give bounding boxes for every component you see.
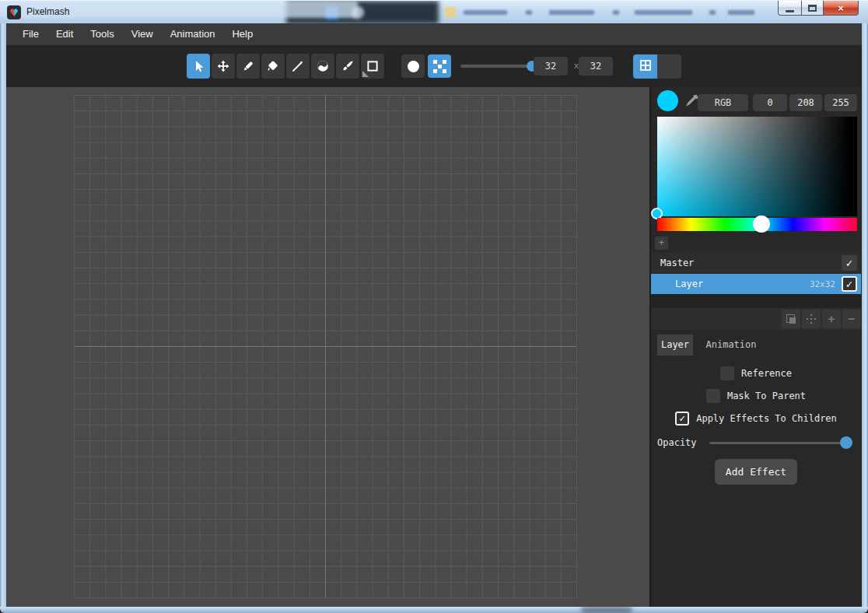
- reference-row: Reference: [651, 366, 861, 381]
- brush-icon: [341, 59, 355, 73]
- fill-tool[interactable]: [261, 54, 285, 79]
- menu-view[interactable]: View: [123, 23, 162, 45]
- shading-tool[interactable]: [311, 54, 334, 79]
- duplicate-icon: [786, 314, 796, 324]
- layer-visibility-checkbox[interactable]: ✓: [842, 255, 857, 271]
- titlebar-backdrop-text: [709, 10, 716, 15]
- circle-brush-icon: [408, 61, 419, 72]
- titlebar-backdrop-text: [464, 10, 507, 15]
- menu-file[interactable]: File: [14, 23, 47, 45]
- window-title: Pixelmash: [26, 6, 69, 17]
- pencil-tool[interactable]: [236, 54, 260, 79]
- layer-name: Layer: [675, 278, 703, 289]
- title-bar[interactable]: Pixelmash ×: [0, 0, 868, 23]
- canvas-width-field[interactable]: 32: [534, 57, 568, 75]
- tab-layer[interactable]: Layer: [657, 335, 693, 356]
- line-tool[interactable]: [286, 54, 310, 79]
- brush-tool[interactable]: [336, 54, 359, 79]
- mask-to-parent-label: Mask To Parent: [727, 391, 806, 401]
- layer-visibility-checkbox[interactable]: ✓: [842, 276, 857, 292]
- right-panel: RGB 0 208 255 + Master ✓ Layer 32x32 ✓: [649, 87, 862, 607]
- apply-effects-checkbox[interactable]: ✓: [675, 412, 689, 426]
- color-g-field[interactable]: 208: [789, 94, 822, 111]
- opacity-row: Opacity: [651, 435, 861, 450]
- add-layer-button[interactable]: +: [822, 310, 841, 328]
- select-tool[interactable]: [187, 54, 210, 79]
- menu-animation[interactable]: Animation: [162, 23, 224, 45]
- layer-position-button[interactable]: [802, 310, 821, 328]
- line-icon: [291, 59, 305, 73]
- shape-tool[interactable]: [361, 54, 384, 79]
- titlebar-backdrop-folder-icon: [445, 7, 456, 17]
- cursor-arrow-icon: [191, 59, 205, 73]
- layer-name: Master: [660, 257, 694, 268]
- add-swatch-button[interactable]: +: [655, 236, 668, 250]
- close-icon: ×: [838, 2, 844, 15]
- brush-shape-circle-button[interactable]: [401, 54, 425, 78]
- plus-icon: +: [828, 310, 835, 328]
- pixel-canvas[interactable]: [74, 95, 577, 598]
- minimize-button[interactable]: [778, 1, 801, 16]
- maximize-icon: [808, 5, 817, 12]
- move-tool[interactable]: [212, 54, 235, 79]
- grid-off-button[interactable]: [657, 54, 681, 79]
- window-border-left: [0, 23, 6, 607]
- menu-help[interactable]: Help: [223, 23, 261, 45]
- layer-toolbar: + −: [651, 308, 861, 330]
- opacity-slider[interactable]: [709, 442, 846, 444]
- titlebar-backdrop-text: [549, 10, 594, 15]
- brush-shape-dither-button[interactable]: [428, 54, 451, 78]
- canvas-height-field[interactable]: 32: [579, 57, 613, 75]
- mask-to-parent-checkbox[interactable]: [706, 389, 720, 403]
- color-r-field[interactable]: 0: [753, 94, 787, 111]
- remove-layer-button[interactable]: −: [842, 310, 861, 328]
- menu-bar: File Edit Tools View Animation Help: [6, 23, 862, 45]
- pixelmash-window: Pixelmash × File Edit Tools View Animati…: [0, 0, 868, 613]
- dither-pattern-icon: [433, 60, 446, 73]
- titlebar-backdrop-text: [526, 10, 532, 15]
- opacity-slider-knob[interactable]: [840, 436, 852, 449]
- titlebar-backdrop-text: [613, 10, 619, 15]
- hue-slider-knob[interactable]: [753, 215, 770, 233]
- menu-edit[interactable]: Edit: [47, 23, 82, 45]
- inspector-tabs: Layer Animation: [651, 335, 861, 356]
- canvas-center-hline: [74, 346, 576, 347]
- layer-row-master[interactable]: Master ✓: [651, 253, 861, 273]
- brush-size-slider[interactable]: [460, 65, 532, 68]
- maximize-button[interactable]: [801, 1, 824, 16]
- flyout-corner-icon: [362, 71, 369, 77]
- opacity-label: Opacity: [657, 437, 697, 448]
- current-color-swatch[interactable]: [657, 90, 678, 111]
- titlebar-backdrop-text: [635, 10, 692, 15]
- menu-tools[interactable]: Tools: [82, 23, 122, 45]
- minimize-icon: [786, 10, 794, 12]
- close-button[interactable]: ×: [824, 1, 859, 16]
- paint-bucket-icon: [266, 59, 280, 73]
- workspace: [6, 87, 649, 607]
- hue-slider[interactable]: [657, 218, 857, 231]
- app-icon: [7, 5, 21, 19]
- toolbar: 32 x 32: [6, 45, 862, 87]
- window-border-right: [862, 23, 868, 607]
- grid-icon: [639, 58, 653, 75]
- tab-animation[interactable]: Animation: [699, 335, 763, 356]
- apply-effects-row: ✓ Apply Effects To Children: [651, 411, 861, 426]
- pixelmash-logo-icon: [10, 9, 18, 16]
- pencil-icon: [241, 59, 255, 73]
- apply-effects-label: Apply Effects To Children: [696, 413, 837, 424]
- layer-row-layer[interactable]: Layer 32x32 ✓: [651, 274, 861, 294]
- duplicate-layer-button[interactable]: [782, 310, 800, 328]
- mask-to-parent-row: Mask To Parent: [651, 388, 861, 404]
- reference-checkbox[interactable]: [720, 366, 734, 380]
- color-b-field[interactable]: 255: [824, 94, 857, 111]
- titlebar-backdrop-text: [728, 10, 754, 15]
- reference-label: Reference: [741, 368, 792, 379]
- layers-list-gap: [651, 294, 861, 308]
- minus-icon: −: [849, 310, 856, 328]
- saturation-value-picker[interactable]: [657, 117, 857, 216]
- grid-toggle-button[interactable]: [633, 54, 657, 79]
- color-mode-button[interactable]: RGB: [698, 94, 748, 111]
- window-border-shadow: [582, 607, 632, 613]
- snap-dots-icon: [810, 318, 812, 320]
- add-effect-button[interactable]: Add Effect: [715, 459, 797, 485]
